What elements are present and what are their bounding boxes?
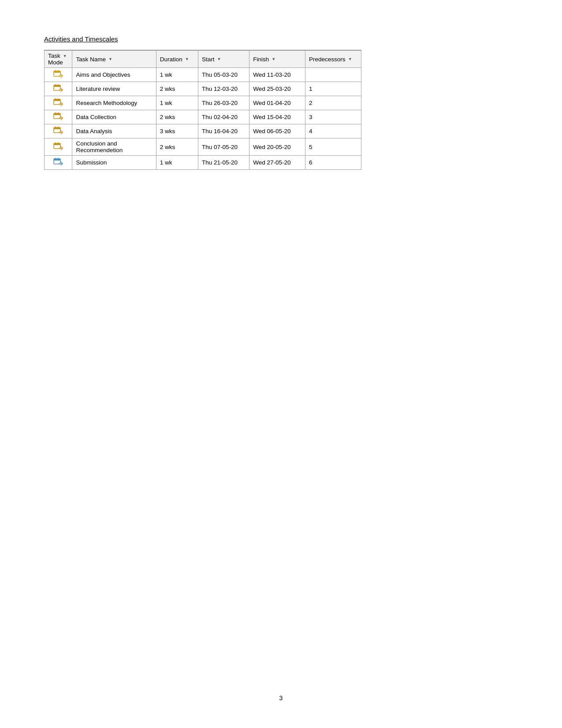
- task-mode-icon: [53, 157, 63, 166]
- task-mode-cell: [45, 110, 72, 124]
- svg-rect-21: [54, 127, 60, 129]
- svg-rect-26: [54, 143, 60, 145]
- duration-cell: 1 wk: [156, 96, 198, 110]
- task-mode-cell: [45, 156, 72, 170]
- svg-rect-7: [55, 84, 56, 86]
- start-label: Start: [202, 56, 215, 63]
- task-mode-icon: [53, 98, 63, 107]
- table-body: Aims and Objectives1 wkThu 05-03-20Wed 1…: [45, 68, 361, 170]
- svg-rect-8: [58, 84, 59, 86]
- predecessors-cell: 3: [305, 110, 361, 124]
- task-mode-label-line2: Mode: [48, 59, 63, 66]
- col-header-task-mode[interactable]: Task ▼ Mode: [45, 51, 72, 68]
- duration-dropdown-icon[interactable]: ▼: [185, 57, 189, 61]
- svg-rect-28: [58, 142, 59, 144]
- finish-dropdown-icon[interactable]: ▼: [272, 57, 275, 61]
- svg-rect-3: [58, 70, 59, 72]
- col-header-start[interactable]: Start ▼: [198, 51, 249, 68]
- task-mode-cell: [45, 82, 72, 96]
- task-name-text: Conclusion and: [76, 140, 117, 147]
- start-cell: Thu 16-04-20: [198, 124, 249, 138]
- finish-cell: Wed 06-05-20: [249, 124, 305, 138]
- predecessors-cell: [305, 68, 361, 82]
- finish-cell: Wed 20-05-20: [249, 138, 305, 156]
- section-title: Activities and Timescales: [44, 35, 518, 43]
- svg-rect-32: [55, 158, 56, 160]
- predecessors-cell: 6: [305, 156, 361, 170]
- task-mode-icon: [53, 112, 63, 121]
- page-number: 3: [279, 694, 283, 702]
- task-name-cell: Research Methodology: [72, 96, 156, 110]
- predecessors-cell: 4: [305, 124, 361, 138]
- svg-rect-11: [54, 99, 60, 101]
- task-mode-icon: [53, 70, 63, 78]
- start-cell: Thu 12-03-20: [198, 82, 249, 96]
- duration-cell: 2 wks: [156, 82, 198, 96]
- task-mode-icon: [53, 84, 63, 93]
- finish-cell: Wed 27-05-20: [249, 156, 305, 170]
- task-name-cell: Data Collection: [72, 110, 156, 124]
- col-header-duration[interactable]: Duration ▼: [156, 51, 198, 68]
- predecessors-label: Predecessors: [309, 56, 346, 63]
- task-name-dropdown-icon[interactable]: ▼: [108, 57, 112, 61]
- predecessors-cell: 5: [305, 138, 361, 156]
- task-mode-icon: [53, 142, 63, 151]
- task-mode-cell: [45, 68, 72, 82]
- start-dropdown-icon[interactable]: ▼: [217, 57, 221, 61]
- col-header-predecessors[interactable]: Predecessors ▼: [305, 51, 361, 68]
- svg-rect-33: [58, 158, 59, 160]
- duration-label: Duration: [160, 56, 182, 63]
- duration-cell: 2 wks: [156, 110, 198, 124]
- svg-rect-2: [55, 70, 56, 72]
- predecessors-cell: 2: [305, 96, 361, 110]
- svg-rect-18: [58, 112, 59, 114]
- start-cell: Thu 02-04-20: [198, 110, 249, 124]
- col-header-task-name[interactable]: Task Name ▼: [72, 51, 156, 68]
- task-name-cell: Conclusion andRecommendetion: [72, 138, 156, 156]
- task-mode-cell: [45, 96, 72, 110]
- task-name-cell: Submission: [72, 156, 156, 170]
- task-mode-cell: [45, 124, 72, 138]
- task-mode-cell: [45, 138, 72, 156]
- task-mode-icon: [53, 126, 63, 135]
- svg-rect-1: [54, 71, 60, 73]
- task-name-cell: Aims and Objectives: [72, 68, 156, 82]
- finish-cell: Wed 11-03-20: [249, 68, 305, 82]
- task-name-cell: Data Analysis: [72, 124, 156, 138]
- table-row: Literature review2 wksThu 12-03-20Wed 25…: [45, 82, 361, 96]
- finish-cell: Wed 15-04-20: [249, 110, 305, 124]
- finish-label: Finish: [253, 56, 269, 63]
- task-name-text: Recommendetion: [76, 147, 123, 153]
- table-row: Research Methodology1 wkThu 26-03-20Wed …: [45, 96, 361, 110]
- table-header-row: Task ▼ Mode Task Name ▼ Duration: [45, 51, 361, 68]
- duration-cell: 1 wk: [156, 156, 198, 170]
- svg-rect-16: [54, 113, 60, 115]
- task-mode-dropdown-icon[interactable]: ▼: [63, 54, 67, 58]
- task-name-cell: Literature review: [72, 82, 156, 96]
- task-name-label: Task Name: [76, 56, 106, 63]
- table-row: Data Collection2 wksThu 02-04-20Wed 15-0…: [45, 110, 361, 124]
- table-row: Aims and Objectives1 wkThu 05-03-20Wed 1…: [45, 68, 361, 82]
- table-row: Submission1 wkThu 21-05-20Wed 27-05-206: [45, 156, 361, 170]
- page-container: Activities and Timescales Task ▼ Mode Ta…: [0, 0, 562, 728]
- svg-rect-27: [55, 142, 56, 144]
- start-cell: Thu 21-05-20: [198, 156, 249, 170]
- gantt-table: Task ▼ Mode Task Name ▼ Duration: [44, 50, 361, 170]
- finish-cell: Wed 25-03-20: [249, 82, 305, 96]
- table-row: Conclusion andRecommendetion2 wksThu 07-…: [45, 138, 361, 156]
- svg-rect-12: [55, 98, 56, 100]
- start-cell: Thu 26-03-20: [198, 96, 249, 110]
- svg-rect-13: [58, 98, 59, 100]
- duration-cell: 2 wks: [156, 138, 198, 156]
- table-row: Data Analysis3 wksThu 16-04-20Wed 06-05-…: [45, 124, 361, 138]
- start-cell: Thu 05-03-20: [198, 68, 249, 82]
- svg-rect-17: [55, 112, 56, 114]
- svg-rect-31: [54, 159, 60, 161]
- task-mode-label-line1: Task: [48, 52, 60, 59]
- col-header-finish[interactable]: Finish ▼: [249, 51, 305, 68]
- svg-rect-23: [58, 127, 59, 128]
- duration-cell: 3 wks: [156, 124, 198, 138]
- predecessors-dropdown-icon[interactable]: ▼: [348, 57, 352, 61]
- duration-cell: 1 wk: [156, 68, 198, 82]
- start-cell: Thu 07-05-20: [198, 138, 249, 156]
